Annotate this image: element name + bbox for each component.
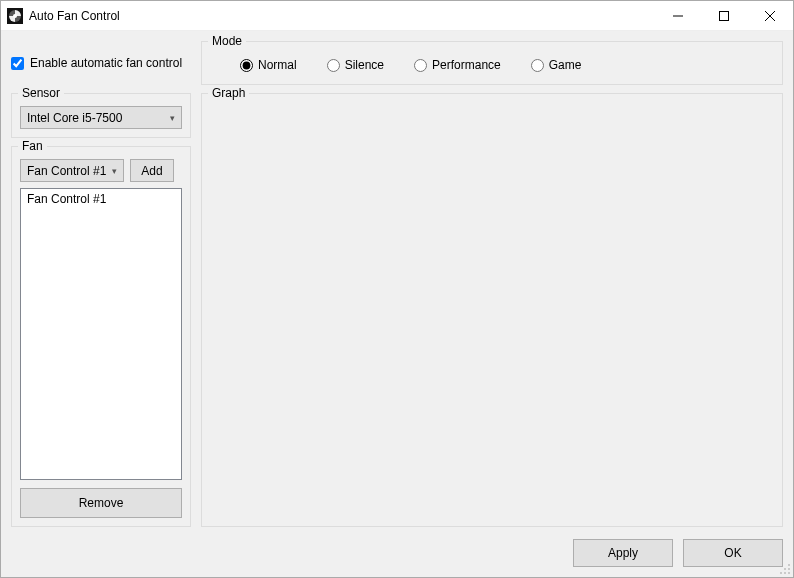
add-button[interactable]: Add [130,159,174,182]
svg-point-11 [780,572,782,574]
mode-radio-normal[interactable]: Normal [240,58,297,72]
mode-radio-input[interactable] [240,59,253,72]
resize-grip[interactable] [779,563,791,575]
titlebar: Auto Fan Control [1,1,793,31]
mode-radio-input[interactable] [327,59,340,72]
maximize-button[interactable] [701,1,747,30]
svg-point-9 [788,572,790,574]
mode-radio-game[interactable]: Game [531,58,582,72]
app-icon [7,8,23,24]
ok-button-label: OK [724,546,741,560]
apply-button-label: Apply [608,546,638,560]
sensor-group: Sensor Intel Core i5-7500 ▾ [11,93,191,138]
close-icon [765,11,775,21]
mode-radio-label: Normal [258,58,297,72]
list-item[interactable]: Fan Control #1 [25,191,177,207]
mode-group: Mode NormalSilencePerformanceGame [201,41,783,85]
mode-radio-silence[interactable]: Silence [327,58,384,72]
mode-radio-label: Game [549,58,582,72]
window: Auto Fan Control Enable automatic fan co… [0,0,794,578]
fan-select[interactable]: Fan Control #1 ▾ [20,159,124,182]
mode-radio-performance[interactable]: Performance [414,58,501,72]
window-controls [655,1,793,30]
mode-radio-input[interactable] [414,59,427,72]
enable-checkbox[interactable] [11,57,24,70]
graph-group-label: Graph [208,86,249,100]
close-button[interactable] [747,1,793,30]
svg-point-10 [784,572,786,574]
sensor-selected-text: Intel Core i5-7500 [27,111,122,125]
sensor-select[interactable]: Intel Core i5-7500 ▾ [20,106,182,129]
dialog-buttons: Apply OK [11,535,783,567]
graph-canvas [210,106,774,518]
add-button-label: Add [141,164,162,178]
mode-radio-row: NormalSilencePerformanceGame [210,54,774,76]
chevron-down-icon: ▾ [170,113,175,123]
svg-point-8 [784,568,786,570]
mode-radio-label: Silence [345,58,384,72]
enable-checkbox-wrap[interactable]: Enable automatic fan control [11,56,182,70]
maximize-icon [719,11,729,21]
fan-selected-text: Fan Control #1 [27,164,106,178]
mode-radio-input[interactable] [531,59,544,72]
minimize-icon [673,11,683,21]
enable-label: Enable automatic fan control [30,56,182,70]
svg-point-6 [788,564,790,566]
fan-listbox[interactable]: Fan Control #1 [20,188,182,480]
ok-button[interactable]: OK [683,539,783,567]
fan-group: Fan Fan Control #1 ▾ Add Fan Control #1 … [11,146,191,527]
svg-rect-3 [720,11,729,20]
mode-radio-label: Performance [432,58,501,72]
apply-button[interactable]: Apply [573,539,673,567]
remove-button[interactable]: Remove [20,488,182,518]
resize-grip-icon [779,563,791,575]
svg-point-7 [788,568,790,570]
sensor-group-label: Sensor [18,86,64,100]
svg-point-1 [13,14,17,18]
enable-area: Enable automatic fan control [11,41,191,85]
chevron-down-icon: ▾ [112,166,117,176]
client-area: Enable automatic fan control Mode Normal… [1,31,793,577]
remove-button-label: Remove [79,496,124,510]
graph-group: Graph [201,93,783,527]
window-title: Auto Fan Control [29,9,120,23]
minimize-button[interactable] [655,1,701,30]
mode-group-label: Mode [208,34,246,48]
fan-group-label: Fan [18,139,47,153]
